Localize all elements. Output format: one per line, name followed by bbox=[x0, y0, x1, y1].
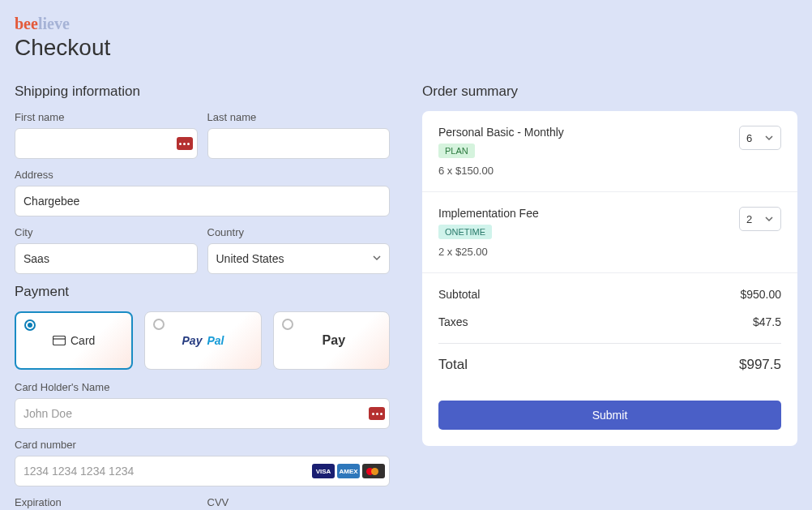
radio-selected-icon bbox=[24, 319, 36, 331]
page-title: Checkout bbox=[15, 35, 797, 61]
brand-logo: beelieve bbox=[15, 15, 797, 33]
address-input[interactable] bbox=[15, 186, 390, 216]
paypal-label-1: Pay bbox=[182, 334, 203, 347]
credit-card-icon bbox=[53, 336, 66, 345]
onetime-badge: ONETIME bbox=[438, 225, 492, 239]
payment-heading: Payment bbox=[15, 284, 390, 300]
total-label: Total bbox=[438, 357, 468, 373]
visa-icon: VISA bbox=[312, 464, 335, 478]
order-summary-card: Personal Basic - Monthly PLAN 6 x $150.0… bbox=[422, 111, 797, 446]
quantity-select[interactable]: 2 bbox=[739, 207, 781, 231]
divider bbox=[438, 343, 781, 344]
plan-badge: PLAN bbox=[438, 144, 475, 158]
quantity-value: 2 bbox=[746, 213, 752, 225]
last-name-input[interactable] bbox=[207, 128, 391, 159]
item-breakdown: 2 x $25.00 bbox=[438, 246, 488, 258]
item-name: Personal Basic - Monthly bbox=[438, 126, 564, 139]
item-name: Implementation Fee bbox=[438, 207, 539, 220]
total-value: $997.5 bbox=[739, 357, 781, 373]
cardholder-label: Card Holder's Name bbox=[15, 381, 390, 393]
paypal-label-2: Pal bbox=[207, 334, 224, 347]
country-label: Country bbox=[207, 226, 391, 238]
order-summary-heading: Order summary bbox=[422, 84, 797, 100]
country-select[interactable]: United States bbox=[207, 243, 391, 274]
cvv-label: CVV bbox=[207, 496, 391, 508]
city-label: City bbox=[15, 226, 198, 238]
first-name-input[interactable] bbox=[15, 128, 198, 159]
autofill-icon[interactable] bbox=[177, 137, 193, 150]
taxes-label: Taxes bbox=[438, 315, 468, 328]
item-breakdown: 6 x $150.00 bbox=[438, 165, 494, 177]
chevron-down-icon bbox=[764, 214, 774, 224]
expiration-label: Expiration bbox=[15, 496, 198, 508]
chevron-down-icon bbox=[764, 133, 774, 143]
svg-rect-0 bbox=[53, 336, 65, 345]
city-input[interactable] bbox=[15, 243, 198, 274]
submit-button[interactable]: Submit bbox=[438, 401, 781, 430]
address-label: Address bbox=[15, 169, 390, 181]
taxes-value: $47.5 bbox=[753, 315, 781, 328]
cardnumber-label: Card number bbox=[15, 439, 390, 451]
subtotal-label: Subtotal bbox=[438, 288, 480, 301]
summary-item: Implementation Fee ONETIME 2 x $25.00 2 bbox=[422, 192, 797, 273]
amex-icon: AMEX bbox=[337, 464, 360, 478]
cardholder-input[interactable] bbox=[15, 398, 390, 429]
payment-card-label: Card bbox=[71, 334, 95, 347]
radio-icon bbox=[282, 319, 293, 330]
summary-item: Personal Basic - Monthly PLAN 6 x $150.0… bbox=[422, 111, 797, 192]
applepay-label: Pay bbox=[323, 333, 345, 348]
card-brand-icons: VISA AMEX bbox=[312, 464, 385, 478]
autofill-icon[interactable] bbox=[369, 407, 385, 420]
payment-option-card[interactable]: Card bbox=[15, 311, 133, 370]
mastercard-icon bbox=[362, 464, 385, 478]
quantity-select[interactable]: 6 bbox=[739, 126, 781, 150]
payment-option-paypal[interactable]: PayPal bbox=[144, 311, 261, 370]
shipping-heading: Shipping information bbox=[15, 84, 390, 100]
radio-icon bbox=[153, 319, 165, 330]
quantity-value: 6 bbox=[746, 132, 752, 144]
last-name-label: Last name bbox=[207, 111, 391, 123]
subtotal-value: $950.00 bbox=[740, 288, 781, 301]
payment-option-applepay[interactable]: Pay bbox=[273, 311, 390, 370]
first-name-label: First name bbox=[15, 111, 198, 123]
